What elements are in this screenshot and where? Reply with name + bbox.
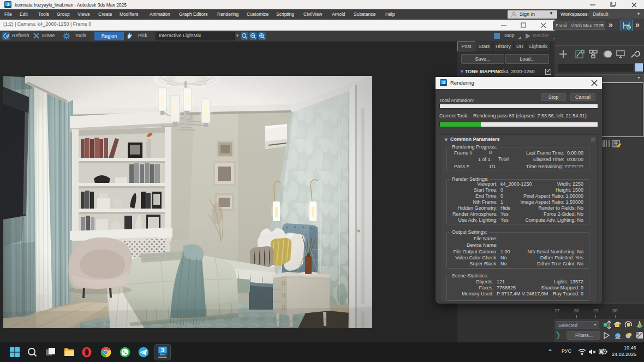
svg-text:3: 3	[161, 347, 164, 353]
svg-text:MAX: MAX	[160, 353, 165, 356]
svg-text:3: 3	[7, 2, 9, 7]
svg-text:3: 3	[442, 80, 445, 85]
